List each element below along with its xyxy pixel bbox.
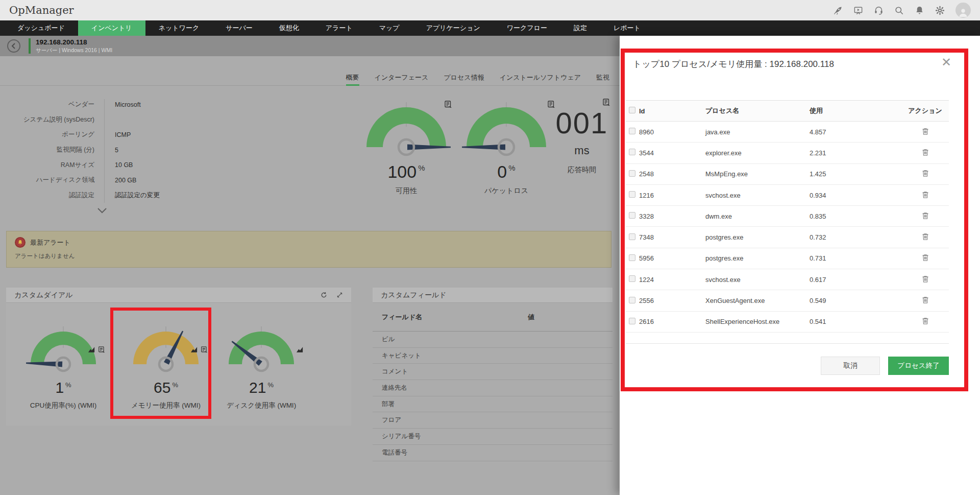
rocket-icon[interactable] bbox=[833, 6, 843, 15]
delete-process-button[interactable] bbox=[921, 253, 929, 263]
delete-process-button[interactable] bbox=[921, 191, 929, 200]
search-icon[interactable] bbox=[894, 6, 904, 15]
report-icon[interactable] bbox=[201, 346, 208, 356]
tab-0[interactable]: 概要 bbox=[346, 70, 359, 86]
delete-process-button[interactable] bbox=[921, 169, 929, 179]
row-checkbox[interactable] bbox=[629, 191, 635, 198]
collapse-chevron-icon[interactable] bbox=[97, 206, 107, 216]
property-label: ハードディスク領域 bbox=[0, 176, 94, 184]
nav-item-5[interactable]: アラート bbox=[312, 20, 366, 36]
process-id: 5956 bbox=[639, 248, 705, 269]
property-row: ハードディスク領域 200 GB bbox=[0, 173, 337, 188]
field-name-column: フィールド名 bbox=[382, 313, 422, 322]
delete-process-button[interactable] bbox=[921, 211, 929, 221]
delete-process-button[interactable] bbox=[921, 317, 929, 326]
cancel-button[interactable]: 取消 bbox=[821, 357, 880, 375]
row-checkbox[interactable] bbox=[629, 128, 635, 134]
process-id: 1224 bbox=[639, 269, 705, 290]
presentation-icon[interactable] bbox=[853, 6, 863, 15]
nav-item-7[interactable]: アプリケーション bbox=[413, 20, 494, 36]
report-icon[interactable] bbox=[547, 100, 556, 111]
delete-process-button[interactable] bbox=[921, 127, 929, 137]
process-row: 8960 java.exe 4.857 bbox=[626, 122, 949, 143]
row-checkbox[interactable] bbox=[629, 318, 635, 324]
trend-icon[interactable] bbox=[296, 346, 304, 356]
property-value: 200 GB bbox=[115, 177, 136, 184]
custom-field-name: シリアル番号 bbox=[382, 432, 421, 441]
column-process-name: プロセス名 bbox=[705, 101, 810, 122]
nav-item-2[interactable]: ネットワーク bbox=[145, 20, 213, 36]
nav-item-10[interactable]: レポート bbox=[600, 20, 654, 36]
nav-item-4[interactable]: 仮想化 bbox=[266, 20, 312, 36]
process-row: 7348 postgres.exe 0.732 bbox=[626, 227, 949, 248]
property-label: RAMサイズ bbox=[0, 161, 94, 170]
support-headset-icon[interactable] bbox=[874, 6, 884, 15]
custom-field-name: ビル bbox=[382, 335, 395, 344]
field-value-column: 値 bbox=[528, 313, 534, 322]
expand-icon[interactable] bbox=[336, 292, 343, 298]
nav-item-3[interactable]: サーバー bbox=[212, 20, 266, 36]
nav-item-6[interactable]: マップ bbox=[366, 20, 413, 36]
delete-process-button[interactable] bbox=[921, 275, 929, 285]
process-row: 2556 XenGuestAgent.exe 0.549 bbox=[626, 290, 949, 311]
gauge-value: 100% bbox=[358, 162, 455, 182]
delete-process-button[interactable] bbox=[921, 148, 929, 158]
report-icon[interactable] bbox=[98, 346, 106, 356]
nav-item-9[interactable]: 設定 bbox=[560, 20, 600, 36]
property-label: 認証設定 bbox=[0, 191, 94, 200]
nav-item-8[interactable]: ワークフロー bbox=[494, 20, 560, 36]
custom-field-row: 部署 bbox=[373, 396, 612, 413]
nav-item-1[interactable]: インベントリ bbox=[78, 20, 145, 36]
row-checkbox[interactable] bbox=[629, 233, 635, 240]
device-ip: 192.168.200.118 bbox=[36, 38, 112, 47]
custom-field-name: キャビネット bbox=[382, 351, 421, 360]
app-logo: OpManager bbox=[9, 4, 74, 16]
close-icon[interactable]: ✕ bbox=[941, 56, 951, 68]
gauge bbox=[358, 101, 455, 159]
column-usage: 使用 bbox=[810, 101, 901, 122]
refresh-icon[interactable] bbox=[321, 292, 327, 298]
process-row: 3328 dwm.exe 0.835 bbox=[626, 206, 949, 227]
property-value: ICMP bbox=[115, 131, 131, 138]
trend-icon[interactable] bbox=[88, 346, 95, 356]
custom-fields-card: カスタムフィールド フィールド名 値 ビル キャビネット コメント 連絡先名 部… bbox=[373, 288, 612, 461]
custom-dials-card: カスタムダイアル 1% CPU使用率(%) (WMI) 65% メモリー使用率 … bbox=[6, 288, 351, 426]
row-checkbox[interactable] bbox=[629, 297, 635, 303]
process-name: XenGuestAgent.exe bbox=[705, 290, 810, 311]
tab-3[interactable]: インストールソフトウェア bbox=[500, 70, 581, 86]
property-row: RAMサイズ 10 GB bbox=[0, 157, 337, 173]
delete-process-button[interactable] bbox=[921, 296, 929, 305]
report-icon[interactable] bbox=[602, 98, 611, 109]
custom-field-name: 連絡先名 bbox=[382, 384, 407, 392]
select-all-checkbox[interactable] bbox=[629, 107, 635, 113]
delete-process-button[interactable] bbox=[921, 232, 929, 242]
row-checkbox[interactable] bbox=[629, 170, 635, 177]
kill-process-button[interactable]: プロセス終了 bbox=[888, 357, 949, 375]
process-name: dwm.exe bbox=[705, 206, 810, 227]
dial-label: CPU使用率(%) (WMI) bbox=[20, 401, 107, 410]
row-checkbox[interactable] bbox=[629, 254, 635, 261]
user-avatar-icon[interactable] bbox=[955, 3, 971, 18]
top-bar: OpManager bbox=[0, 0, 980, 20]
property-row: ベンダー Microsoft bbox=[0, 97, 337, 112]
notifications-icon[interactable] bbox=[915, 6, 924, 15]
device-meta: サーバー | Windows 2016 | WMI bbox=[36, 47, 112, 54]
process-table: Id プロセス名 使用 アクション 8960 java.exe 4.857 35… bbox=[626, 100, 949, 333]
nav-item-0[interactable]: ダッシュボード bbox=[4, 20, 78, 36]
property-value[interactable]: 認証設定の変更 bbox=[115, 191, 160, 200]
tab-1[interactable]: インターフェース bbox=[375, 70, 429, 86]
process-name: postgres.exe bbox=[705, 248, 810, 269]
row-checkbox[interactable] bbox=[629, 149, 635, 155]
tab-4[interactable]: 監視 bbox=[596, 70, 609, 86]
process-name: svchost.exe bbox=[705, 269, 810, 290]
back-button[interactable] bbox=[7, 39, 20, 53]
row-checkbox[interactable] bbox=[629, 212, 635, 219]
tab-2[interactable]: プロセス情報 bbox=[444, 70, 484, 86]
settings-icon[interactable] bbox=[935, 6, 945, 15]
topbar-icons bbox=[833, 3, 971, 18]
report-icon[interactable] bbox=[444, 100, 453, 111]
process-row: 2548 MsMpEng.exe 1.425 bbox=[626, 163, 949, 184]
opmanager-screen: OpManager ダッシュボードインベントリネットワークサーバー仮想化アラート… bbox=[0, 0, 980, 495]
row-checkbox[interactable] bbox=[629, 275, 635, 282]
trend-icon[interactable] bbox=[190, 346, 198, 356]
